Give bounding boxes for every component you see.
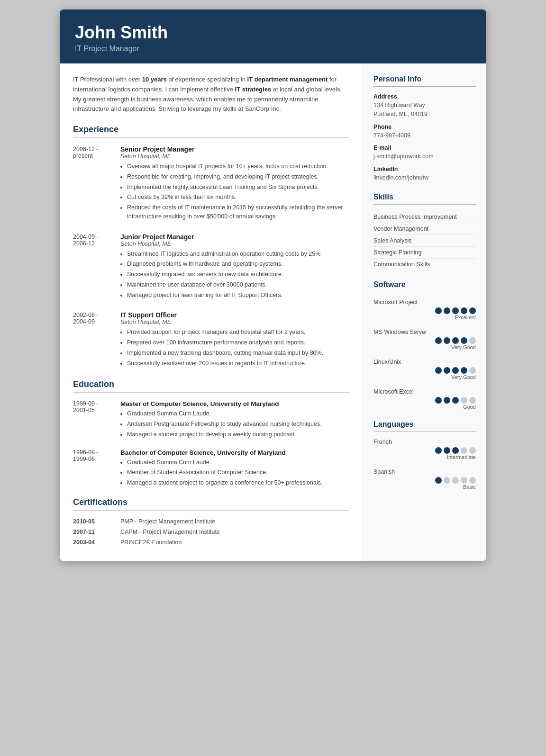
dot (435, 337, 442, 344)
edu-content-1: Master of Computer Science, University o… (120, 400, 349, 440)
dots-1 (435, 337, 476, 344)
edu-dates-1: 1999-09 - 2001-05 (73, 400, 120, 440)
exp-company-2: Seton Hospital, ME (120, 241, 349, 247)
exp-job-title-3: IT Support Officer (120, 311, 349, 319)
languages-section: Languages French Intermediate (373, 420, 476, 490)
candidate-name: John Smith (75, 23, 471, 43)
edu-item-2: 1996-09 - 1999-06 Bachelor of Computer S… (73, 449, 349, 489)
email-value: j.smith@uptowork.com (373, 152, 476, 161)
exp-content-3: IT Support Officer Seton Hospital, ME Pr… (120, 311, 349, 369)
email-label: E-mail (373, 144, 476, 151)
dot-empty (469, 397, 476, 404)
edu-bullets-1: Graduated Summa Cum Laude. Andersen Post… (120, 409, 349, 439)
software-name-2: Linux/Unix (373, 359, 476, 365)
certifications-section: Certifications 2010-05 PMP - Project Man… (73, 497, 349, 546)
bullet: Managed a student project to organize a … (127, 478, 349, 487)
software-label-1: Very Good (451, 344, 476, 350)
bullet: Responsible for creating, improving, and… (127, 172, 349, 181)
bullet: Member of Student Association of Compute… (127, 468, 349, 477)
software-label-2: Very Good (451, 374, 476, 380)
bullet: Andersen Postgraduate Fellowship to stud… (127, 420, 349, 429)
software-rating-1: Very Good (373, 337, 476, 350)
exp-bullets-3: Provided support for project managers an… (120, 328, 349, 368)
software-rating-0: Excellent (373, 307, 476, 320)
lang-label-0: Intermediate (447, 454, 476, 460)
dot-empty (469, 367, 476, 374)
edu-degree-1: Master of Computer Science, University o… (120, 400, 349, 407)
exp-bullets-2: Streamlined IT logistics and administrat… (120, 250, 349, 300)
cert-name-2: CAPM - Project Management Institute (120, 529, 220, 535)
exp-company-3: Seton Hospital, ME (120, 319, 349, 325)
skill-item-3: Strategic Planning (373, 247, 476, 259)
dot (461, 337, 467, 344)
skill-item-0: Business Process Improvement (373, 211, 476, 223)
cert-item-2: 2007-11 CAPM - Project Management Instit… (73, 529, 349, 535)
dot (435, 397, 442, 404)
software-name-1: MS Windows Server (373, 329, 476, 335)
exp-job-title-2: Junior Project Manager (120, 233, 349, 241)
address-label: Address (373, 93, 476, 100)
linkedin-label: LinkedIn (373, 166, 476, 172)
skill-item-2: Sales Analysis (373, 235, 476, 247)
software-name-0: Microsoft Project (373, 299, 476, 306)
dot-empty (452, 477, 459, 484)
dot (444, 447, 450, 454)
dot-empty (444, 477, 450, 484)
bullet: Reduced the costs of IT maintenance in 2… (127, 203, 349, 221)
exp-item-2: 2004-09 - 2006-12 Junior Project Manager… (73, 233, 349, 301)
lang-dots-1 (435, 477, 476, 484)
dot (469, 307, 476, 314)
candidate-title: IT Project Manager (75, 45, 471, 53)
education-title: Education (73, 379, 349, 389)
bullet: Prepared over 100 infrastructure perform… (127, 338, 349, 347)
dot (452, 447, 459, 454)
cert-date-3: 2003-04 (73, 539, 120, 546)
skills-title: Skills (373, 193, 476, 201)
lang-item-0: French Intermediate (373, 439, 476, 460)
exp-content-2: Junior Project Manager Seton Hospital, M… (120, 233, 349, 301)
software-title: Software (373, 280, 476, 289)
skills-section: Skills Business Process Improvement Vend… (373, 193, 476, 270)
bullet: Maintained the user database of over 300… (127, 280, 349, 289)
address-line2: Portland, ME, 04019 (373, 110, 476, 119)
bullet: Implemented a new tracking dashboard, cu… (127, 349, 349, 358)
dot-empty (461, 397, 467, 404)
personal-info-section: Personal Info Address 134 Rightward Way … (373, 75, 476, 182)
software-item-0: Microsoft Project Excellent (373, 299, 476, 320)
bullet: Graduated Summa Cum Laude. (127, 458, 349, 467)
dot (444, 307, 450, 314)
dot (461, 367, 467, 374)
bullet: Provided support for project managers an… (127, 328, 349, 337)
skill-item-4: Communication Skills (373, 259, 476, 270)
cert-name-1: PMP - Project Management Institute (120, 518, 216, 525)
resume-card: John Smith IT Project Manager IT Profess… (60, 9, 486, 561)
bullet: Successfully migrated two servers to new… (127, 270, 349, 279)
exp-company-1: Seton Hospital, ME (120, 153, 349, 160)
dot (444, 367, 450, 374)
sidebar: Personal Info Address 134 Rightward Way … (363, 63, 486, 561)
bullet: Diagnosed problems with hardware and ope… (127, 260, 349, 269)
software-section: Software Microsoft Project Excellent (373, 280, 476, 410)
dot (444, 337, 450, 344)
summary: IT Professional with over 10 years of ex… (73, 75, 349, 114)
certifications-title: Certifications (73, 497, 349, 507)
cert-date-2: 2007-11 (73, 529, 120, 535)
languages-title: Languages (373, 420, 476, 429)
bullet: Oversaw all major hospital IT projects f… (127, 162, 349, 171)
bullet: Cut costs by 32% in less than six months… (127, 193, 349, 202)
dot-empty (469, 337, 476, 344)
cert-date-1: 2010-05 (73, 518, 120, 525)
exp-bullets-1: Oversaw all major hospital IT projects f… (120, 162, 349, 221)
experience-title: Experience (73, 125, 349, 135)
dot-empty (461, 477, 467, 484)
dot-empty (469, 477, 476, 484)
software-rating-3: Good (373, 397, 476, 410)
lang-name-0: French (373, 439, 476, 445)
exp-item-3: 2002-08 - 2004-09 IT Support Officer Set… (73, 311, 349, 369)
exp-item-1: 2006-12 - present Senior Project Manager… (73, 145, 349, 223)
personal-info-title: Personal Info (373, 75, 476, 83)
bullet: Managed a student project to develop a w… (127, 430, 349, 439)
lang-rating-0: Intermediate (373, 447, 476, 460)
dot (444, 397, 450, 404)
dot (452, 397, 459, 404)
